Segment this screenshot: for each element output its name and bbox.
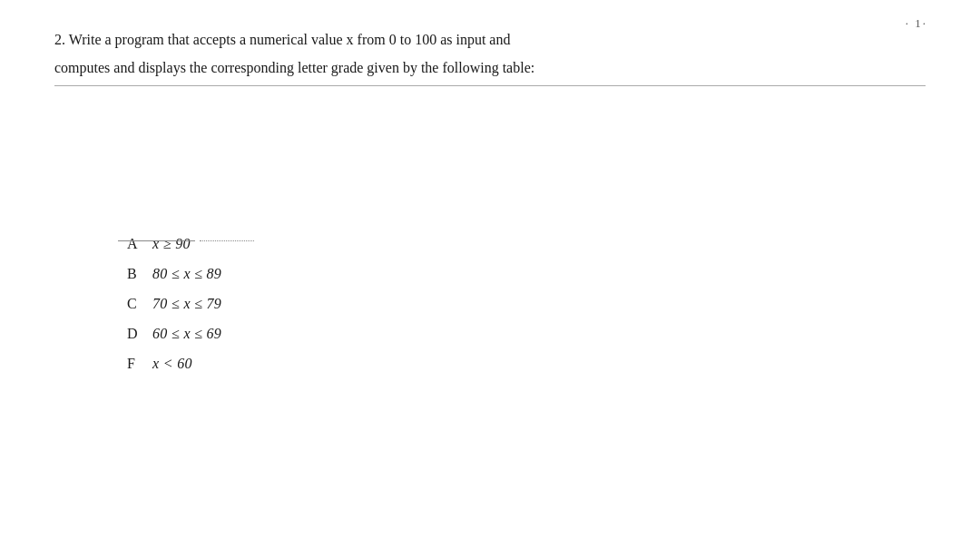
page-container: 2. Write a program that accepts a numeri… — [0, 0, 980, 548]
grade-letter-b: B — [127, 261, 152, 288]
grade-table: A x ≥ 90 B 80 ≤ x ≤ 89 C 70 ≤ x ≤ 79 D 6… — [127, 231, 926, 377]
question-line1: Write a program that accepts a numerical… — [69, 32, 511, 47]
grade-row-f: F x < 60 — [127, 351, 926, 377]
question-number: 2. — [54, 32, 65, 47]
grade-condition-a: x ≥ 90 — [152, 231, 191, 258]
grade-condition-d: 60 ≤ x ≤ 69 — [152, 321, 221, 347]
grade-row-d: D 60 ≤ x ≤ 69 — [127, 321, 926, 347]
table-line-dots — [200, 240, 254, 241]
question-block: 2. Write a program that accepts a numeri… — [54, 27, 926, 80]
table-line-left — [118, 240, 195, 241]
grade-condition-f: x < 60 — [152, 351, 192, 377]
grade-row-a: A x ≥ 90 — [127, 231, 926, 258]
top-right-annotation: · 1· — [906, 16, 927, 31]
grade-row-b: B 80 ≤ x ≤ 89 — [127, 261, 926, 288]
grade-letter-f: F — [127, 351, 152, 377]
divider — [54, 85, 926, 86]
grade-row-c: C 70 ≤ x ≤ 79 — [127, 291, 926, 318]
question-line2: computes and displays the corresponding … — [54, 55, 926, 80]
grade-letter-d: D — [127, 321, 152, 347]
question-text: 2. Write a program that accepts a numeri… — [54, 27, 926, 52]
grade-letter-a: A — [127, 231, 152, 258]
grade-condition-b: 80 ≤ x ≤ 89 — [152, 261, 221, 288]
grade-condition-c: 70 ≤ x ≤ 79 — [152, 291, 221, 318]
grade-letter-c: C — [127, 291, 152, 318]
